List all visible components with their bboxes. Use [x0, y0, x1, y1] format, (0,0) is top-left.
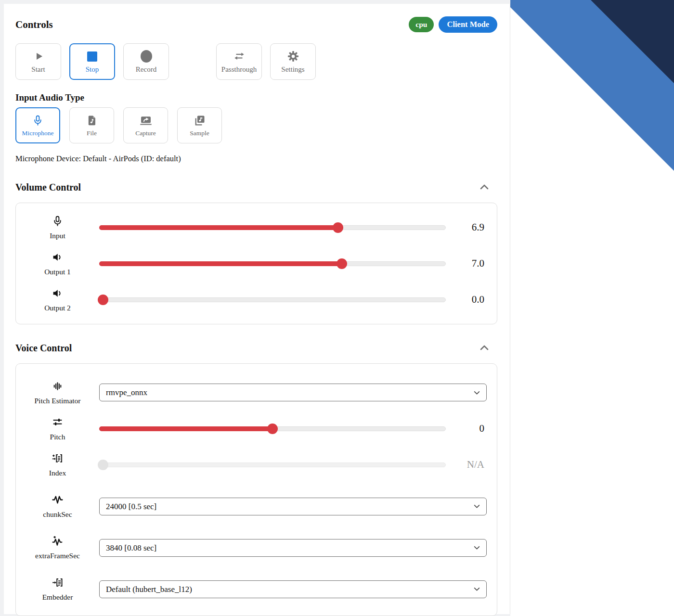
row-label: extraFrameSec [35, 552, 80, 560]
chevron-up-icon [479, 344, 490, 353]
gear-icon [287, 50, 299, 63]
pitch-estimator-select-wrap: rmvpe_onnx [99, 384, 487, 401]
stop-button[interactable]: Stop [69, 43, 115, 80]
slider-track[interactable] [99, 261, 446, 266]
input-audio-type-row: Microphone File [15, 107, 497, 143]
output1-volume-slider [99, 261, 446, 266]
input-volume-row: Input 6.9 [16, 209, 497, 245]
slider-value: 7.0 [446, 257, 497, 270]
pitch-estimator-label-group: Pitch Estimator [16, 380, 99, 405]
slider-label: Output 1 [44, 268, 71, 276]
voice-control-panel: Pitch Estimator rmvpe_onnx [15, 363, 497, 616]
slider-thumb[interactable] [98, 460, 108, 470]
voice-collapse-button[interactable] [478, 343, 491, 354]
client-mode-button[interactable]: Client Mode [439, 16, 497, 33]
row-label: Embedder [42, 593, 73, 601]
microphone-icon [32, 114, 44, 127]
slider-track[interactable] [99, 225, 446, 230]
embedder-label-group: Embedder [16, 577, 99, 601]
row-label: chunkSec [43, 510, 72, 518]
slider-label: Output 2 [44, 304, 71, 312]
music-file-icon [86, 114, 98, 127]
index-list-icon [52, 452, 64, 466]
slider-thumb[interactable] [98, 295, 108, 305]
sample-library-icon [194, 114, 206, 127]
microphone-device-info: Microphone Device: Default - AirPods (ID… [15, 154, 497, 164]
volume-control-panel: Input 6.9 Output 1 [15, 203, 497, 324]
speaker-icon [52, 251, 64, 265]
page-title: Controls [15, 19, 53, 31]
stop-icon [87, 50, 97, 63]
graphic-eq-icon [52, 380, 64, 394]
embedder-select-wrap: Default (hubert_base_l12) [99, 580, 487, 598]
slider-fill [99, 261, 341, 266]
slider-fill [99, 225, 337, 230]
slider-thumb[interactable] [267, 424, 278, 434]
output1-volume-label-group: Output 1 [16, 251, 99, 276]
volume-control-title: Volume Control [15, 182, 81, 193]
embedder-select[interactable]: Default (hubert_base_l12) [99, 580, 487, 598]
row-label: Index [49, 469, 66, 477]
microphone-icon [52, 215, 64, 229]
controls-button-row: Start Stop Record Passthrough [15, 43, 497, 80]
chunksec-select-wrap: 24000 [0.5 sec] [99, 498, 487, 515]
chunksec-select[interactable]: 24000 [0.5 sec] [99, 498, 487, 515]
output2-volume-label-group: Output 2 [16, 287, 99, 312]
index-slider [99, 462, 446, 467]
slider-track[interactable] [99, 297, 446, 302]
settings-button[interactable]: Settings [270, 43, 316, 80]
slider-value: 0 [446, 423, 497, 435]
output1-volume-row: Output 1 7.0 [16, 245, 497, 282]
extraframesec-row: extraFrameSec 3840 [0.08 sec] [16, 527, 497, 568]
input-audio-type-title: Input Audio Type [15, 92, 497, 103]
record-button[interactable]: Record [123, 43, 169, 80]
pitch-estimator-select[interactable]: rmvpe_onnx [99, 384, 487, 401]
slider-thumb[interactable] [333, 222, 343, 233]
main-panel: Controls cpu Client Mode Start Stop Reco… [4, 4, 510, 614]
extraframesec-select[interactable]: 3840 [0.08 sec] [99, 539, 487, 557]
screen-capture-icon [140, 114, 152, 127]
slider-value: 0.0 [446, 294, 497, 306]
pitch-slider [99, 426, 446, 431]
device-badge[interactable]: cpu [409, 17, 434, 32]
slider-track[interactable] [99, 426, 446, 431]
slider-label: Input [50, 231, 65, 240]
start-button[interactable]: Start [15, 43, 61, 80]
arrow-into-list-icon [52, 577, 64, 590]
pulse-wave-plus-icon [52, 535, 64, 549]
chunksec-label-group: chunkSec [16, 494, 99, 518]
chevron-up-icon [479, 183, 490, 192]
file-option[interactable]: File [69, 107, 114, 143]
tune-icon [52, 416, 64, 430]
slider-fill [99, 426, 272, 431]
row-label: Pitch [50, 433, 65, 441]
passthrough-button[interactable]: Passthrough [216, 43, 262, 80]
output2-volume-slider [99, 297, 446, 302]
volume-collapse-button[interactable] [478, 182, 491, 193]
sample-option[interactable]: Sample [177, 107, 222, 143]
pitch-label-group: Pitch [16, 416, 99, 441]
pitch-row: Pitch 0 [16, 411, 497, 447]
extraframesec-label-group: extraFrameSec [16, 535, 99, 560]
slider-thumb[interactable] [337, 258, 347, 269]
index-label-group: Index [16, 452, 99, 477]
microphone-option[interactable]: Microphone [15, 107, 60, 143]
corner-ribbon [510, 0, 674, 616]
pulse-wave-icon [52, 494, 64, 508]
index-row: Index N/A [16, 447, 497, 483]
extraframesec-select-wrap: 3840 [0.08 sec] [99, 539, 487, 557]
capture-option[interactable]: Capture [123, 107, 168, 143]
input-volume-slider [99, 225, 446, 230]
header: Controls cpu Client Mode [15, 16, 497, 33]
embedder-row: Embedder Default (hubert_base_l12) [16, 568, 497, 610]
play-icon [33, 50, 44, 63]
slider-value: 6.9 [446, 221, 497, 233]
voice-control-header: Voice Control [15, 343, 497, 354]
header-badges: cpu Client Mode [409, 16, 497, 33]
volume-control-header: Volume Control [15, 182, 497, 193]
input-volume-label-group: Input [16, 215, 99, 240]
slider-track[interactable] [99, 462, 446, 467]
row-label: Pitch Estimator [34, 397, 80, 405]
slider-value: N/A [446, 459, 497, 471]
speaker-icon [52, 287, 64, 301]
